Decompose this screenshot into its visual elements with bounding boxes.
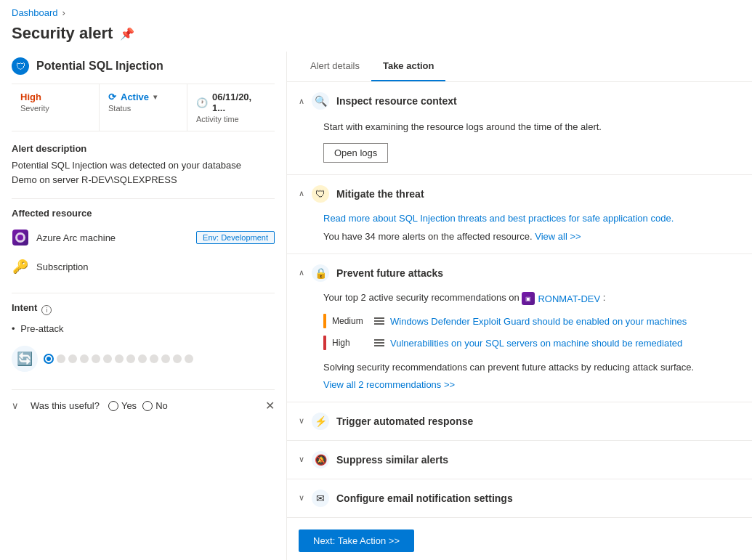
inspect-content: Start with examining the resource logs a… (287, 120, 752, 174)
accordion-mitigate-header[interactable]: ∧ 🛡 Mitigate the threat (287, 175, 752, 213)
ronmat-icon: ▣ (522, 292, 535, 305)
alert-description-label: Alert description (12, 143, 275, 154)
status-spinner-icon: ⟳ (108, 92, 116, 102)
next-take-action-button[interactable]: Next: Take Action >> (299, 529, 414, 552)
alert-description-section: Alert description Potential SQL Injectio… (12, 143, 275, 187)
rec-item-high: High Vulnerabilities on your SQL servers… (323, 334, 740, 352)
intent-label: Intent (12, 302, 37, 313)
accordion-inspect-header[interactable]: ∧ 🔍 Inspect resource context (287, 82, 752, 120)
suppress-emoji-icon: 🔕 (315, 454, 327, 466)
progress-node-12 (185, 354, 193, 363)
mitigate-chevron-icon: ∧ (299, 189, 304, 198)
email-chevron-icon: ∨ (299, 493, 304, 503)
progress-node-7 (126, 354, 135, 363)
mitigate-emoji-icon: 🛡 (315, 188, 326, 200)
progress-node-9 (150, 354, 158, 363)
mitigate-link[interactable]: Read more about SQL Injection threats an… (323, 213, 674, 224)
breadcrumb-parent[interactable]: Dashboard (12, 7, 58, 18)
status-text: Active (121, 92, 149, 102)
intent-info-icon[interactable]: i (41, 305, 52, 315)
suppress-title: Suppress similar alerts (336, 454, 448, 466)
status-label: Status (108, 104, 178, 113)
no-radio[interactable]: No (142, 400, 168, 411)
rec-header-static: Your top 2 active security recommendatio… (323, 292, 519, 303)
prevent-title: Prevent future attacks (336, 267, 443, 279)
lines-icon-line1 (374, 317, 384, 319)
lines-icon2-line2 (374, 342, 384, 344)
inspect-emoji-icon: 🔍 (315, 95, 327, 107)
divider2 (12, 293, 275, 293)
view-all-link[interactable]: View all >> (535, 231, 581, 242)
status-dropdown-icon[interactable]: ▾ (153, 93, 157, 101)
open-logs-button[interactable]: Open logs (323, 143, 388, 163)
rec-link-medium[interactable]: Windows Defender Exploit Guard should be… (390, 316, 687, 327)
progress-shield-icon: 🔄 (17, 351, 33, 367)
accordion-prevent: ∧ 🔒 Prevent future attacks Your top 2 ac… (287, 254, 752, 402)
medium-severity-bar (323, 314, 326, 328)
subscription-icon: 🔑 (12, 258, 29, 275)
accordion-trigger-header[interactable]: ∨ ⚡ Trigger automated response (287, 402, 752, 440)
status-value: ⟳ Active ▾ (108, 92, 178, 102)
ronmat-link[interactable]: RONMAT-DEV (538, 293, 600, 304)
view-rec-link[interactable]: View all 2 recommendations >> (323, 379, 455, 390)
arc-icon-inner (15, 232, 25, 243)
intent-text: Pre-attack (20, 323, 63, 334)
inspect-icon: 🔍 (312, 92, 329, 110)
progress-node-2 (68, 354, 77, 363)
progress-node-0 (44, 354, 54, 364)
status-meta: ⟳ Active ▾ Status (99, 84, 187, 131)
accordion-inspect: ∧ 🔍 Inspect resource context Start with … (287, 82, 752, 175)
lines-icon2-line3 (374, 345, 384, 346)
severity-meta: High Severity (12, 84, 99, 131)
subscription-name: Subscription (36, 261, 89, 272)
intent-progress-track: 🔄 (12, 340, 275, 378)
resource-row-arc: Azure Arc machine Env: Development (12, 223, 275, 252)
prevent-icon: 🔒 (312, 264, 329, 282)
env-badge[interactable]: Env: Development (196, 231, 275, 244)
divider1 (12, 198, 275, 199)
clock-icon: 🕐 (196, 97, 208, 108)
rec-lines-icon-high[interactable] (374, 339, 384, 346)
tab-take-action[interactable]: Take action (371, 52, 446, 81)
prevent-chevron-icon: ∧ (299, 268, 304, 277)
lines-icon-line3 (374, 323, 384, 325)
email-icon: ✉ (312, 490, 329, 507)
feedback-close-icon[interactable]: ✕ (265, 399, 275, 413)
trigger-emoji-icon: ⚡ (315, 415, 327, 427)
pin-icon[interactable]: 📌 (120, 27, 134, 41)
mitigate-icon: 🛡 (312, 185, 329, 203)
trigger-icon: ⚡ (312, 413, 329, 430)
main-layout: 🛡 Potential SQL Injection High Severity … (0, 52, 752, 560)
prevent-emoji-icon: 🔒 (315, 267, 327, 279)
yes-radio-circle (108, 401, 118, 411)
activity-time-text: 06/11/20, 1... (212, 92, 266, 113)
right-panel: Alert details Take action ∧ 🔍 Inspect re… (287, 52, 752, 560)
high-severity-bar (323, 336, 326, 350)
rec-lines-icon-medium[interactable] (374, 317, 384, 325)
alert-title: Potential SQL Injection (36, 60, 163, 73)
mitigate-content: Read more about SQL Injection threats an… (287, 213, 752, 253)
breadcrumb-separator: › (62, 7, 65, 18)
rec-item-medium: Medium Windows Defender Exploit Guard sh… (323, 312, 740, 330)
arc-machine-icon (12, 229, 29, 246)
feedback-collapse-icon[interactable]: ∨ (12, 400, 19, 411)
yes-radio[interactable]: Yes (108, 400, 137, 411)
progress-node-8 (138, 354, 147, 363)
alert-count-static: You have 34 more alerts on the affected … (323, 231, 533, 242)
rec-severity-high: High (332, 338, 368, 348)
accordion-prevent-header[interactable]: ∧ 🔒 Prevent future attacks (287, 254, 752, 292)
email-title: Configure email notification settings (336, 492, 513, 504)
inspect-chevron-icon: ∧ (299, 97, 304, 106)
breadcrumb: Dashboard › (0, 0, 752, 21)
bullet-icon: • (12, 323, 15, 334)
rec-link-high[interactable]: Vulnerabilities on your SQL servers on m… (390, 338, 682, 349)
metadata-row: High Severity ⟳ Active ▾ Status 🕐 06/11/… (12, 84, 275, 131)
accordion-suppress-header[interactable]: ∨ 🔕 Suppress similar alerts (287, 441, 752, 479)
lines-icon-line2 (374, 320, 384, 322)
tab-alert-details[interactable]: Alert details (299, 52, 371, 81)
inspect-title: Inspect resource context (336, 95, 457, 107)
intent-value: • Pre-attack (12, 323, 275, 334)
suppress-chevron-icon: ∨ (299, 455, 304, 464)
accordion-email-header[interactable]: ∨ ✉ Configure email notification setting… (287, 479, 752, 517)
progress-icon: 🔄 (12, 346, 38, 372)
